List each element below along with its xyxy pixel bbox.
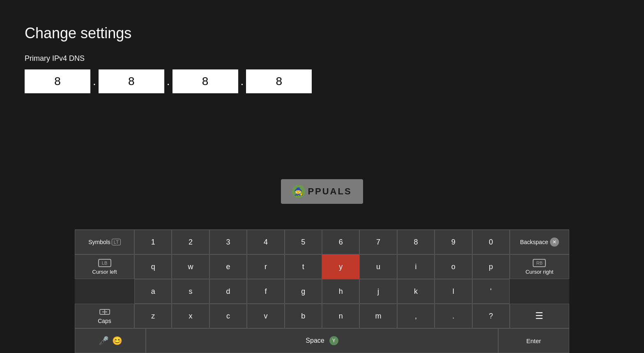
keyboard-row-2: LB Cursor left q w e r t y u i o p RB Cu… (75, 254, 569, 279)
rb-icon: RB (533, 259, 546, 267)
key-backspace[interactable]: Backspace ✕ (510, 230, 569, 254)
key-symbols[interactable]: Symbols LT (75, 230, 134, 254)
emoji-icon: 😊 (112, 336, 122, 346)
dns-label: Primary IPv4 DNS (25, 54, 619, 63)
keyboard-row-1: Symbols LT 1 2 3 4 5 6 7 8 9 0 Backspace… (75, 230, 569, 254)
key-9[interactable]: 9 (435, 230, 472, 254)
key-3[interactable]: 3 (209, 230, 247, 254)
page-title: Change settings (25, 25, 619, 42)
y-button-icon: Y (329, 336, 338, 345)
key-b[interactable]: b (285, 304, 322, 328)
lb-icon: LB (98, 259, 111, 267)
cursor-right-label: Cursor right (525, 269, 553, 275)
space-label: Space (306, 337, 324, 344)
keyboard-row-4: Caps z x c v b n m , . ? ☰ (75, 304, 569, 328)
key-2[interactable]: 2 (172, 230, 209, 254)
key-n[interactable]: n (322, 304, 359, 328)
key-j[interactable]: j (359, 279, 397, 304)
key-q[interactable]: q (134, 254, 172, 279)
menu-icon: ☰ (535, 311, 543, 321)
key-y[interactable]: y (322, 254, 359, 279)
key-7[interactable]: 7 (359, 230, 397, 254)
mic-icon: 🎤 (99, 336, 109, 346)
key-1[interactable]: 1 (134, 230, 172, 254)
key-z[interactable]: z (134, 304, 172, 328)
caps-icon (99, 308, 110, 316)
key-enter-bottom[interactable]: Enter (498, 328, 569, 353)
key-i[interactable]: i (397, 254, 435, 279)
watermark: 🧙 PPUALS (281, 179, 363, 204)
key-comma[interactable]: , (397, 304, 435, 328)
key-period[interactable]: . (435, 304, 472, 328)
key-h[interactable]: h (322, 279, 359, 304)
key-p[interactable]: p (472, 254, 510, 279)
key-4[interactable]: 4 (247, 230, 284, 254)
key-cursor-left[interactable]: LB Cursor left (75, 254, 134, 279)
dns-dot-2: . (164, 75, 172, 88)
key-f[interactable]: f (247, 279, 284, 304)
enter-label: Enter (527, 337, 541, 344)
key-caps[interactable]: Caps (75, 304, 134, 328)
key-a[interactable]: a (134, 279, 172, 304)
dns-field-2[interactable] (99, 69, 164, 93)
key-m[interactable]: m (359, 304, 397, 328)
key-apostrophe[interactable]: ' (472, 279, 510, 304)
key-o[interactable]: o (435, 254, 472, 279)
key-x[interactable]: x (172, 304, 209, 328)
key-t[interactable]: t (285, 254, 322, 279)
dns-field-1[interactable] (25, 69, 90, 93)
key-cursor-left-spacer (75, 279, 134, 304)
key-mic-emoji[interactable]: 🎤 😊 (75, 328, 146, 353)
key-cursor-right[interactable]: RB Cursor right (510, 254, 569, 279)
dns-field-3[interactable] (172, 69, 238, 93)
keyboard: Symbols LT 1 2 3 4 5 6 7 8 9 0 Backspace… (75, 229, 569, 353)
key-s[interactable]: s (172, 279, 209, 304)
watermark-text: PPUALS (308, 186, 352, 197)
key-k[interactable]: k (397, 279, 435, 304)
symbols-label: Symbols (88, 239, 110, 245)
key-0[interactable]: 0 (472, 230, 510, 254)
x-button-icon: ✕ (550, 238, 559, 247)
dns-dot-1: . (90, 75, 99, 88)
key-6[interactable]: 6 (322, 230, 359, 254)
key-8[interactable]: 8 (397, 230, 435, 254)
caps-label: Caps (98, 318, 111, 324)
cursor-left-label: Cursor left (92, 269, 117, 275)
key-c[interactable]: c (209, 304, 247, 328)
key-space[interactable]: Space Y (146, 328, 498, 353)
key-v[interactable]: v (247, 304, 284, 328)
dns-field-4[interactable] (246, 69, 312, 93)
dns-dot-3: . (238, 75, 246, 88)
lt-icon: LT (112, 239, 121, 245)
key-l[interactable]: l (435, 279, 472, 304)
key-enter[interactable]: ☰ (510, 304, 569, 328)
keyboard-row-5: 🎤 😊 Space Y Enter (75, 328, 569, 353)
key-5[interactable]: 5 (285, 230, 322, 254)
key-r[interactable]: r (247, 254, 284, 279)
key-cursor-right-spacer (510, 279, 569, 304)
watermark-icon: 🧙 (292, 185, 305, 198)
keyboard-row-3: a s d f g h j k l ' (75, 279, 569, 304)
key-g[interactable]: g (285, 279, 322, 304)
key-w[interactable]: w (172, 254, 209, 279)
key-d[interactable]: d (209, 279, 247, 304)
key-e[interactable]: e (209, 254, 247, 279)
key-u[interactable]: u (359, 254, 397, 279)
key-question[interactable]: ? (472, 304, 510, 328)
dns-fields: . . . (25, 69, 619, 93)
backspace-label: Backspace (520, 239, 548, 245)
